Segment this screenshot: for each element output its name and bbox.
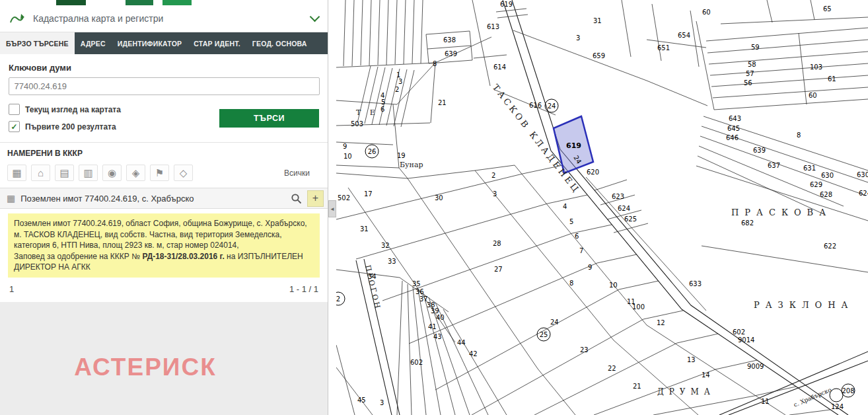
map-circled-number-text: 208 xyxy=(842,387,854,395)
map-circled-number-text: 25 xyxy=(540,331,548,338)
grid-icon[interactable]: ▦ xyxy=(7,165,26,181)
pin-icon[interactable]: ◉ xyxy=(102,165,122,181)
map-parcel-number: 45 xyxy=(357,396,366,404)
map-parcel-number: 622 xyxy=(824,243,836,250)
filter-all-label[interactable]: Всички xyxy=(284,169,310,178)
map-parcel-number: 639 xyxy=(753,147,766,154)
search-tabs: БЪРЗО ТЪРСЕНЕ АДРЕС ИДЕНТИФИКАТОР СТАР И… xyxy=(0,32,328,54)
cropped-toolbar-button[interactable] xyxy=(56,0,86,5)
checkbox-current-view-label: Текущ изглед на картата xyxy=(25,105,121,114)
map-parcel-number: 633 xyxy=(689,280,702,287)
map-parcel-number: 24 xyxy=(550,319,559,326)
map-parcel-number: 35 xyxy=(412,280,421,287)
map-parcel-number: 58 xyxy=(748,61,756,68)
cadastral-map-canvas[interactable]: 61924 6196065613313654638639651659596148… xyxy=(336,0,868,415)
map-parcel-number: 2 xyxy=(395,86,399,93)
tab-quick-search[interactable]: БЪРЗО ТЪРСЕНЕ xyxy=(0,32,75,54)
map-parcel-number: 628 xyxy=(820,191,832,198)
map-parcel-number: 124 xyxy=(831,403,844,410)
map-parcel-number: 630 xyxy=(857,171,868,178)
result-item-text: Поземлен имот 77400.24.619, с. Храбърско xyxy=(20,194,194,204)
map-parcel-number: 624 xyxy=(859,190,868,197)
add-to-selection-button[interactable]: + xyxy=(307,190,324,207)
map-place-label: ПРАСКОВА xyxy=(731,208,832,217)
tab-old-identifier[interactable]: СТАР ИДЕНТ. xyxy=(188,32,246,54)
locate-on-map-icon[interactable] xyxy=(291,193,302,204)
highlighted-parcel-number: 619 xyxy=(566,141,581,150)
chevron-down-icon[interactable] xyxy=(310,12,320,22)
map-parcel-number: 8 xyxy=(797,132,801,139)
result-item[interactable]: ▦ Поземлен имот 77400.24.619, с. Храбърс… xyxy=(0,188,328,209)
map-parcel-number: 30 xyxy=(435,194,443,202)
map-parcel-number: 57 xyxy=(746,70,754,77)
house-icon[interactable]: ⌂ xyxy=(31,165,50,181)
map-parcel-number: 631 xyxy=(803,165,816,172)
map-place-label: с. Храбърско xyxy=(793,387,832,408)
results-section: НАМЕРЕНИ В КККР ▦ ⌂ ▤ ▥ ◉ ◈ ⚑ ◇ Всички ▦… xyxy=(0,142,328,299)
map-parcel-number: 629 xyxy=(810,181,822,188)
app-window: Кадастрална карта и регистри БЪРЗО ТЪРСЕ… xyxy=(0,0,868,415)
checkbox-first-200-label: Първите 200 резултата xyxy=(25,122,116,132)
map-parcel-number: 56 xyxy=(744,79,752,87)
tab-address[interactable]: АДРЕС xyxy=(75,32,112,54)
map-parcel-number: 2 xyxy=(491,172,495,179)
map-parcel-number: 8 xyxy=(433,60,437,67)
map-parcel-number: 14 xyxy=(702,371,710,379)
map-parcel-number: 33 xyxy=(388,258,396,265)
map-parcel-number: 31 xyxy=(593,17,602,24)
tab-geodetic-basis[interactable]: ГЕОД. ОСНОВА xyxy=(246,32,313,54)
option-first-200-results[interactable]: ✓ Първите 200 резултата xyxy=(9,121,121,132)
layers-icon[interactable]: ◈ xyxy=(126,165,145,181)
watermark: АСТЕРИСК xyxy=(0,354,291,381)
map-parcel-number: 3 xyxy=(493,190,497,198)
result-type-filters: ▦ ⌂ ▤ ▥ ◉ ◈ ⚑ ◇ Всички xyxy=(7,165,320,181)
map-parcel-number: 6 xyxy=(380,106,384,113)
pole-icon[interactable]: ⚑ xyxy=(150,165,169,181)
map-place-label: ДРУМА xyxy=(657,387,715,396)
map-parcel-number: 616 xyxy=(529,102,542,109)
cropped-toolbar-button[interactable] xyxy=(163,0,192,5)
panel-edge-strip: ◄ xyxy=(328,0,336,415)
panel-collapse-button[interactable]: ◄ xyxy=(328,200,336,217)
block-icon[interactable]: ▥ xyxy=(79,165,98,181)
keywords-label: Ключови думи xyxy=(9,63,328,73)
option-current-map-view[interactable]: Текущ изглед на картата xyxy=(9,104,121,115)
map-parcel-number: 502 xyxy=(338,194,350,202)
panel-footer-area: АСТЕРИСК xyxy=(0,302,328,415)
map-parcel-number: 17 xyxy=(364,190,373,198)
map-parcel-number: 10 xyxy=(609,282,618,289)
map-parcel-number: 9009 xyxy=(747,363,764,370)
keywords-input[interactable] xyxy=(9,77,320,95)
polygon-icon[interactable]: ◇ xyxy=(174,165,193,181)
map-parcel-number: 19 xyxy=(397,152,406,159)
map-parcel-number: 22 xyxy=(608,365,616,372)
map-parcel-number: 639 xyxy=(445,50,457,57)
map-parcel-numbers: 6196065613313654638639651659596148581035… xyxy=(338,1,868,410)
map-parcel-number: 645 xyxy=(727,125,740,132)
map-parcel-number: 5 xyxy=(569,218,573,225)
map-circled-number-text: 24 xyxy=(548,102,556,110)
map-parcel-number: 613 xyxy=(487,23,499,30)
building-icon[interactable]: ▤ xyxy=(55,165,74,181)
page-number[interactable]: 1 xyxy=(9,284,14,294)
route-icon xyxy=(9,13,25,24)
map-parcel-number: 7 xyxy=(579,247,583,254)
tab-identifier[interactable]: ИДЕНТИФИКАТОР xyxy=(112,32,188,54)
search-panel: Кадастрална карта и регистри БЪРЗО ТЪРСЕ… xyxy=(0,0,328,415)
map-parcel-number: 13 xyxy=(687,356,696,363)
checkbox-first-200[interactable]: ✓ xyxy=(9,121,20,132)
checkbox-current-view[interactable] xyxy=(9,104,20,115)
map-parcel-number: 61 xyxy=(828,75,836,83)
map-parcel-number: 32 xyxy=(381,242,390,249)
cropped-toolbar-button[interactable] xyxy=(126,0,153,5)
map-parcel-number: 59 xyxy=(751,44,760,51)
map-parcel-number: 41 xyxy=(428,323,437,330)
parcel-grid-icon: ▦ xyxy=(7,193,15,204)
map-parcel-number: 659 xyxy=(593,52,605,59)
map-parcel-number: 8 xyxy=(569,280,573,287)
panel-header[interactable]: Кадастрална карта и регистри xyxy=(0,5,328,32)
map-circled-numbers: 2426252208 xyxy=(336,99,855,402)
map-parcel-number: 65 xyxy=(823,5,832,13)
map-parcel-number: 625 xyxy=(624,215,637,223)
search-button[interactable]: ТЪРСИ xyxy=(219,109,319,128)
